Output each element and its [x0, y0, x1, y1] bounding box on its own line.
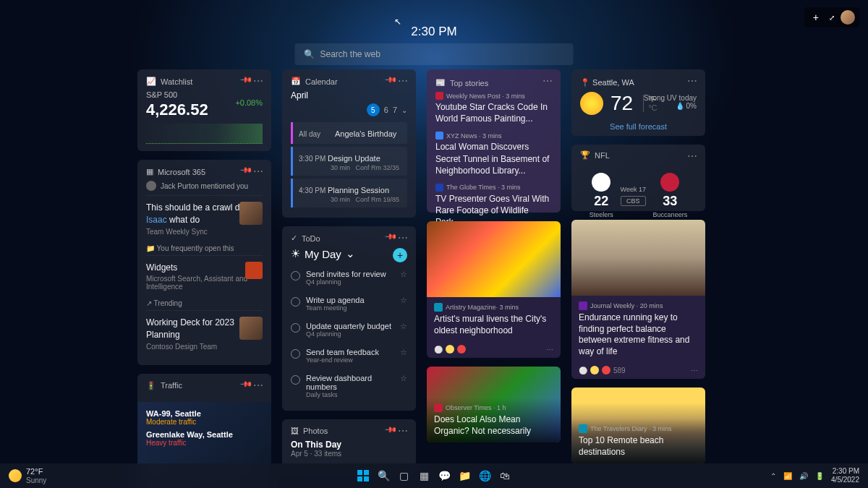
- news-card-food[interactable]: Observer Times · 1 h Does Local Also Mea…: [427, 367, 561, 442]
- more-icon[interactable]: ⋯: [687, 75, 698, 87]
- reaction-icon[interactable]: [446, 345, 454, 354]
- system-tray[interactable]: ⌃ 📶 🔊 🔋 2:30 PM4/5/2022: [770, 467, 859, 484]
- star-icon[interactable]: ☆: [400, 348, 407, 357]
- checkbox[interactable]: [291, 271, 300, 281]
- calendar-month: April: [291, 90, 407, 100]
- edge-button[interactable]: 🌐: [477, 468, 492, 483]
- todo-widget[interactable]: ✓ToDo 📌⋯ ☀My Day⌄ + Send invites for rev…: [282, 226, 416, 411]
- source-icon: [435, 92, 443, 100]
- taskbar-weather[interactable]: 72°FSunny: [9, 467, 46, 484]
- store-button[interactable]: 🛍: [498, 468, 512, 483]
- news-image: [571, 220, 705, 296]
- watchlist-icon: 📈: [146, 77, 156, 86]
- more-icon[interactable]: ⋯: [542, 75, 553, 87]
- star-icon[interactable]: ☆: [400, 374, 407, 383]
- reaction-icon[interactable]: [457, 345, 466, 354]
- explorer-button[interactable]: 📁: [457, 468, 472, 483]
- checkbox[interactable]: [291, 349, 300, 359]
- m365-widget[interactable]: ▦Microsoft 365 📌⋯ Jack Purton mentioned …: [137, 160, 271, 365]
- checkbox[interactable]: [291, 323, 300, 333]
- widgets-card[interactable]: Widgets Microsoft Search, Assistant and …: [146, 255, 263, 297]
- star-icon[interactable]: ☆: [400, 270, 407, 279]
- photos-widget[interactable]: 🖼Photos 📌⋯ On This Day Apr 5 · 33 items: [282, 419, 416, 466]
- watchlist-widget[interactable]: 📈Watchlist 📌⋯ S&P 500 4,226.52 +0.08%: [137, 69, 271, 151]
- forecast-link[interactable]: See full forecast: [580, 122, 697, 131]
- more-icon[interactable]: ⋯: [546, 346, 553, 354]
- date-picker[interactable]: 5 6 7 ⌄: [291, 103, 407, 116]
- user-avatar[interactable]: [841, 10, 855, 25]
- start-button[interactable]: [356, 468, 370, 483]
- story-item[interactable]: Weekly News Post · 3 minsYoutube Star Cr…: [435, 92, 552, 124]
- stock-change: +0.08%: [235, 98, 263, 107]
- share-icon[interactable]: ⚪: [579, 367, 587, 374]
- taskview-button[interactable]: ▢: [396, 468, 411, 483]
- sparkline-chart: [146, 124, 263, 144]
- mention-card[interactable]: This should be a crawl design Isaac what…: [146, 195, 263, 241]
- todo-title: ToDo: [302, 234, 320, 243]
- star-icon[interactable]: ☆: [400, 322, 407, 331]
- reaction-icon[interactable]: [590, 366, 599, 374]
- collapse-icon[interactable]: ⤢: [826, 12, 838, 23]
- search-button[interactable]: 🔍: [376, 468, 391, 483]
- chevron-down-icon: ⌄: [346, 247, 355, 260]
- story-item[interactable]: XYZ News · 3 minsLocal Woman Discovers S…: [435, 132, 552, 176]
- more-icon[interactable]: ⋯: [398, 425, 409, 437]
- trending-label: ↗ Trending: [146, 299, 263, 307]
- news-card-running[interactable]: Journal Weekly · 20 mins Endurance runni…: [571, 220, 705, 379]
- nfl-widget[interactable]: 🏆NFL ⋯ 22Steelers Week 17CBS 33Buccaneer…: [571, 145, 705, 211]
- more-icon[interactable]: ⋯: [398, 232, 409, 244]
- chat-button[interactable]: 💬: [437, 468, 451, 483]
- add-task-button[interactable]: +: [393, 248, 407, 262]
- share-icon[interactable]: ⚪: [434, 346, 443, 354]
- reaction-icon[interactable]: [602, 366, 610, 374]
- calendar-icon: 📅: [291, 77, 301, 86]
- checkbox[interactable]: [291, 375, 300, 385]
- chevron-up-icon[interactable]: ⌃: [770, 472, 776, 480]
- source-icon: [434, 303, 443, 312]
- task-item[interactable]: Send invites for reviewQ4 planning☆: [291, 265, 407, 291]
- photos-icon: 🖼: [291, 427, 299, 435]
- more-icon[interactable]: ⋯: [687, 150, 698, 162]
- event-2[interactable]: 4:30 PMPlanning Session30 min Conf Rm 19…: [291, 179, 407, 207]
- search-input[interactable]: 🔍 Search the web: [295, 43, 574, 65]
- add-widget-button[interactable]: +: [809, 10, 823, 25]
- powerpoint-icon: [245, 262, 263, 279]
- top-stories-widget[interactable]: 📰Top stories ⋯ Weekly News Post · 3 mins…: [427, 69, 561, 213]
- battery-icon[interactable]: 🔋: [815, 472, 824, 480]
- event-1[interactable]: 3:30 PMDesign Update30 min Conf Rm 32/35: [291, 147, 407, 176]
- calendar-widget[interactable]: 📅Calendar 📌⋯ April 5 6 7 ⌄ All dayAngela…: [282, 69, 416, 218]
- widgets-button[interactable]: ▦: [417, 468, 431, 483]
- task-item[interactable]: Write up agendaTeam meeting☆: [291, 291, 407, 317]
- event-allday[interactable]: All dayAngela's Birthday: [291, 122, 407, 144]
- star-icon[interactable]: ☆: [400, 296, 407, 305]
- deck-card[interactable]: Working Deck for 2023 Planning Contoso D…: [146, 310, 263, 356]
- task-item[interactable]: Update quarterly budgetQ4 planning☆: [291, 317, 407, 343]
- news-card-beach[interactable]: The Travelers Diary · 3 mins Top 10 Remo…: [571, 388, 705, 463]
- traffic-icon: 🚦: [146, 381, 156, 390]
- taskbar-apps: 🔍 ▢ ▦ 💬 📁 🌐 🛍: [356, 468, 512, 483]
- date-selected[interactable]: 5: [367, 103, 380, 116]
- more-icon[interactable]: ⋯: [691, 367, 698, 374]
- chevron-down-icon[interactable]: ⌄: [401, 106, 407, 114]
- task-item[interactable]: Review dashboard numbersDaily tasks☆: [291, 369, 407, 403]
- svg-rect-3: [364, 476, 369, 481]
- top-right-controls: + ⤢: [804, 7, 859, 27]
- more-icon[interactable]: ⋯: [398, 75, 409, 87]
- task-item[interactable]: Send team feedbackYear-end review☆: [291, 343, 407, 369]
- myday-header[interactable]: ☀My Day⌄: [291, 247, 407, 260]
- taskbar: 72°FSunny 🔍 ▢ ▦ 💬 📁 🌐 🛍 ⌃ 📶 🔊 🔋 2:30 PM4…: [0, 463, 868, 488]
- nfl-title: NFL: [595, 151, 610, 160]
- people-thumb: [239, 317, 263, 340]
- more-icon[interactable]: ⋯: [253, 166, 264, 177]
- weather-widget[interactable]: 📍 Seattle, WA ⋯ 72 °F°C Strong UV today💧…: [571, 69, 705, 136]
- news-card-mural[interactable]: Artistry Magazine· 3 mins Artist's mural…: [427, 221, 561, 358]
- more-icon[interactable]: ⋯: [253, 75, 264, 87]
- wifi-icon[interactable]: 📶: [783, 472, 792, 480]
- person-avatar: [239, 202, 263, 225]
- todo-icon: ✓: [291, 234, 297, 243]
- news-icon: 📰: [435, 78, 446, 87]
- more-icon[interactable]: ⋯: [253, 380, 264, 391]
- volume-icon[interactable]: 🔊: [799, 472, 808, 480]
- checkbox[interactable]: [291, 297, 300, 307]
- source-icon: [579, 424, 587, 433]
